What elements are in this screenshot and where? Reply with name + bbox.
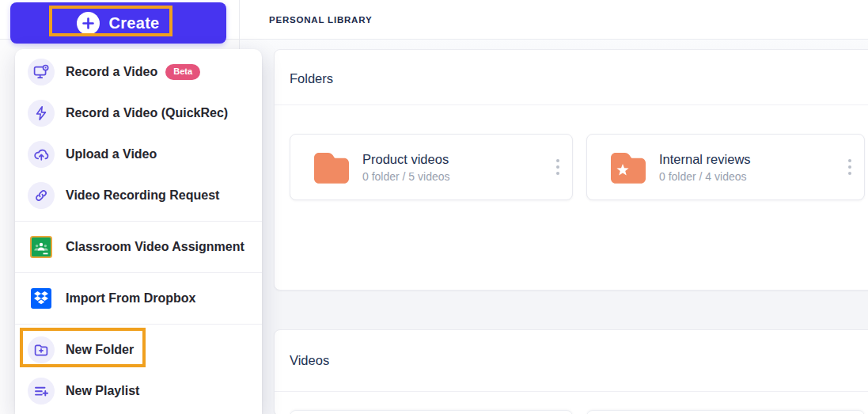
app-page: PERSONAL LIBRARY Folders Product videos … bbox=[0, 0, 868, 414]
new-playlist-icon bbox=[28, 378, 55, 405]
menu-item-record-a-video[interactable]: Record a Video Beta bbox=[15, 51, 262, 93]
menu-divider bbox=[15, 324, 262, 325]
new-folder-icon bbox=[28, 336, 55, 363]
menu-divider bbox=[15, 272, 262, 273]
create-button-label: Create bbox=[108, 14, 159, 32]
folder-options-kebab-icon[interactable] bbox=[847, 156, 853, 178]
folder-meta: 0 folder / 4 videos bbox=[659, 170, 751, 183]
lightning-icon bbox=[28, 100, 55, 127]
cloud-upload-icon bbox=[28, 141, 55, 168]
beta-badge: Beta bbox=[165, 64, 200, 80]
video-card-partial[interactable] bbox=[290, 410, 573, 414]
personal-library-label: PERSONAL LIBRARY bbox=[269, 0, 372, 40]
google-classroom-icon bbox=[30, 236, 52, 258]
menu-item-classroom-video-assignment[interactable]: Classroom Video Assignment bbox=[15, 226, 262, 268]
folder-star-icon bbox=[609, 150, 647, 184]
menu-item-import-from-dropbox[interactable]: Import From Dropbox bbox=[15, 278, 262, 319]
menu-item-label: Import From Dropbox bbox=[66, 291, 195, 306]
menu-item-record-quickrec[interactable]: Record a Video (QuickRec) bbox=[15, 93, 262, 134]
menu-divider bbox=[15, 221, 262, 222]
menu-item-label: New Folder bbox=[66, 343, 134, 357]
folder-card-product-videos[interactable]: Product videos 0 folder / 5 videos bbox=[290, 134, 573, 200]
folder-card-internal-reviews[interactable]: Internal reviews 0 folder / 4 videos bbox=[586, 134, 865, 200]
menu-item-label: Classroom Video Assignment bbox=[66, 240, 244, 254]
menu-item-video-recording-request[interactable]: Video Recording Request bbox=[15, 175, 262, 216]
create-button[interactable]: Create bbox=[10, 2, 226, 44]
menu-item-new-playlist[interactable]: New Playlist bbox=[15, 370, 262, 412]
menu-item-label: Record a Video bbox=[66, 65, 157, 79]
menu-item-label: Upload a Video bbox=[66, 147, 157, 161]
menu-item-label: Record a Video (QuickRec) bbox=[66, 106, 228, 120]
menu-item-upload-a-video[interactable]: Upload a Video bbox=[15, 134, 262, 175]
menu-item-label: New Playlist bbox=[66, 384, 139, 398]
record-video-icon bbox=[28, 59, 55, 85]
folder-options-kebab-icon[interactable] bbox=[555, 156, 561, 178]
menu-item-label: Video Recording Request bbox=[66, 188, 219, 203]
create-dropdown-menu: Record a Video Beta Record a Video (Quic… bbox=[15, 49, 262, 414]
folder-meta: 0 folder / 5 videos bbox=[362, 170, 450, 183]
plus-icon bbox=[77, 12, 100, 35]
link-icon bbox=[28, 182, 55, 209]
folder-card-text: Product videos 0 folder / 5 videos bbox=[362, 152, 450, 183]
menu-item-new-folder[interactable]: New Folder bbox=[15, 329, 262, 370]
folder-icon bbox=[313, 150, 351, 184]
folder-name: Internal reviews bbox=[659, 152, 751, 167]
folders-section-divider bbox=[275, 104, 868, 105]
folders-section-title: Folders bbox=[290, 71, 333, 86]
videos-section: Videos bbox=[274, 329, 868, 414]
folder-card-text: Internal reviews 0 folder / 4 videos bbox=[659, 152, 751, 183]
videos-section-title: Videos bbox=[290, 353, 329, 368]
videos-section-divider bbox=[275, 391, 868, 392]
folder-name: Product videos bbox=[362, 152, 450, 167]
dropbox-icon bbox=[30, 287, 52, 310]
folders-section: Folders Product videos 0 folder / 5 vide… bbox=[274, 49, 868, 291]
video-card-partial[interactable] bbox=[586, 410, 865, 414]
